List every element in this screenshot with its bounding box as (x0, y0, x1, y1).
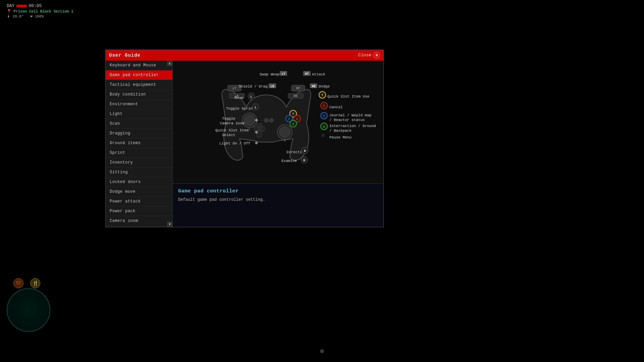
svg-text:LB: LB (271, 85, 274, 88)
hud-radar (7, 288, 50, 332)
hud-timer: DAY 00:05 (7, 3, 73, 8)
sidebar-item-keyboard-mouse[interactable]: Keyboard and Mouse (106, 61, 172, 70)
svg-text:L: L (255, 106, 256, 109)
controller-area: Y B X A (173, 61, 383, 183)
sidebar-item-tactical-equipment[interactable]: Tactical equipment (106, 80, 172, 90)
svg-text:Y: Y (292, 112, 294, 116)
svg-text:Shield / Drag: Shield / Drag (239, 84, 268, 88)
svg-text:Camera zoom: Camera zoom (220, 121, 245, 125)
svg-text:/ Reactor status: / Reactor status (329, 118, 365, 122)
close-button[interactable]: Close B (358, 52, 380, 59)
svg-point-15 (264, 118, 268, 122)
svg-text:Quick Slot Item Use: Quick Slot Item Use (327, 95, 369, 99)
hud-icon-food: 🍴 (30, 278, 40, 288)
svg-text:/ Backpack: / Backpack (329, 129, 352, 133)
sidebar-item-camera-zoom[interactable]: Camera zoom (106, 216, 172, 226)
timer-value: 00:05 (29, 3, 42, 8)
svg-text:Toggle Sprint: Toggle Sprint (226, 107, 255, 111)
hud-location: 📍 Prison Cell Block Section 1 (7, 9, 73, 13)
sidebar-item-environment[interactable]: Environment (106, 100, 172, 109)
health-bar (16, 5, 26, 7)
sidebar-item-scan[interactable]: Scan (106, 119, 172, 129)
svg-text:A: A (292, 122, 294, 126)
svg-point-3 (279, 127, 290, 137)
sidebar-item-game-pad[interactable]: Game pad controller (106, 70, 172, 80)
svg-text:L: L (249, 127, 250, 131)
sidebar-item-body-condition[interactable]: Body condition (106, 90, 172, 100)
svg-text:RB: RB (294, 95, 298, 98)
svg-point-1 (244, 115, 255, 126)
svg-text:X: X (323, 114, 325, 118)
description-title: Game pad controller (178, 188, 378, 194)
sidebar-scroll-down[interactable]: ▼ (167, 222, 172, 227)
svg-text:Attack: Attack (312, 72, 325, 76)
svg-text:LT: LT (282, 72, 285, 76)
dialog-title-bar: User Guide Close B (106, 50, 383, 61)
dialog-body: ▲ Keyboard and Mouse Game pad controller… (106, 61, 383, 227)
svg-text:Quick Slot Item: Quick Slot Item (215, 128, 249, 132)
svg-text:Interraction / Ground: Interraction / Ground (329, 124, 376, 128)
hud-icons-row: 🛡 🍴 (13, 278, 40, 288)
sidebar-scroll-up[interactable]: ▲ (167, 61, 172, 66)
svg-text:RT: RT (305, 72, 309, 76)
svg-text:Move: Move (234, 96, 243, 100)
sidebar-item-shield[interactable]: Shield (106, 226, 172, 227)
sidebar-item-sitting[interactable]: Sitting (106, 168, 172, 177)
sidebar-item-dodge-move[interactable]: Dodge move (106, 187, 172, 197)
hud-top-left: DAY 00:05 📍 Prison Cell Block Section 1 … (7, 3, 73, 18)
svg-text:Select: Select (222, 133, 235, 137)
close-label: Close (358, 53, 371, 58)
close-circle-icon: B (373, 52, 380, 59)
svg-text:RB: RB (312, 85, 316, 88)
sidebar-item-light[interactable]: Light (106, 109, 172, 119)
svg-text:R: R (303, 159, 305, 162)
svg-text:Cancel: Cancel (329, 105, 343, 109)
user-guide-dialog: User Guide Close B ▲ Keyboard and Mouse … (105, 50, 384, 227)
svg-text:⊕: ⊕ (255, 140, 258, 146)
svg-text:X: X (288, 117, 290, 121)
svg-text:⊕: ⊕ (255, 130, 258, 135)
dialog-title: User Guide (109, 53, 141, 58)
svg-text:Journal / Wopld map: Journal / Wopld map (329, 113, 371, 117)
controller-svg: Y B X A (179, 67, 377, 177)
sidebar-item-dragging[interactable]: Dragging (106, 129, 172, 138)
sidebar: ▲ Keyboard and Mouse Game pad controller… (106, 61, 173, 227)
svg-text:A: A (323, 125, 325, 129)
svg-text:⊕: ⊕ (255, 118, 258, 123)
sidebar-item-locked-doors[interactable]: Locked doors (106, 177, 172, 187)
svg-text:Toggle: Toggle (222, 117, 235, 121)
svg-text:R: R (304, 149, 306, 153)
svg-text:Examine: Examine (281, 159, 297, 163)
svg-text:L: L (250, 95, 252, 99)
svg-text:Pause Menu: Pause Menu (329, 135, 352, 139)
svg-text:B: B (296, 117, 298, 121)
hud-stats: 🌡 20.0° ❤ 100% (7, 14, 73, 18)
svg-point-16 (269, 118, 273, 122)
controller-diagram: Y B X A (179, 67, 377, 177)
sidebar-item-sprint[interactable]: Sprint (106, 148, 172, 158)
svg-text:Light On / Off: Light On / Off (219, 141, 250, 145)
svg-text:R: R (284, 139, 286, 142)
hud-icon-shield: 🛡 (13, 278, 23, 288)
sidebar-item-power-pack[interactable]: Power pack (106, 206, 172, 216)
svg-text:RT: RT (297, 87, 300, 90)
svg-text:Y: Y (321, 94, 323, 97)
description-text: Default game pad controller setting. (178, 197, 378, 203)
svg-text:≡: ≡ (321, 133, 325, 139)
svg-text:B: B (323, 104, 325, 108)
sidebar-item-inventory[interactable]: Inventory (106, 158, 172, 168)
sidebar-item-power-attack[interactable]: Power attack (106, 197, 172, 206)
sidebar-item-ground-items[interactable]: Ground items (106, 138, 172, 148)
main-content: Y B X A (173, 61, 383, 227)
crosshair: ⊕ (320, 347, 324, 355)
svg-text:LT: LT (233, 87, 236, 90)
day-label: DAY (7, 3, 14, 8)
description-area: Game pad controller Default game pad con… (173, 183, 383, 227)
svg-text:Dodge: Dodge (319, 84, 330, 88)
hud-radar-circle (7, 288, 50, 332)
